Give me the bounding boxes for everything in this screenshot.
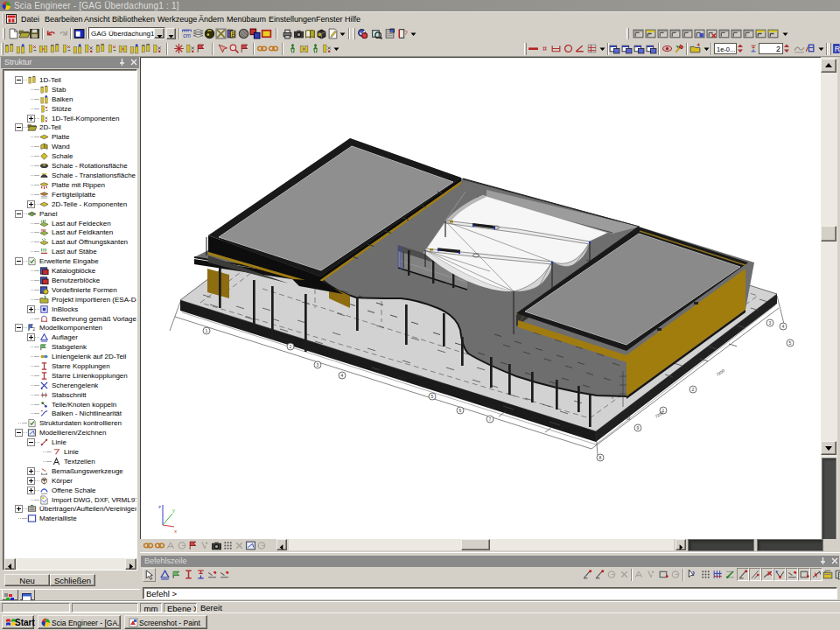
- svg-text:2: 2: [290, 344, 292, 349]
- svg-text:R: R: [835, 45, 840, 53]
- svg-text:5: 5: [789, 340, 792, 346]
- svg-text:9: 9: [637, 425, 640, 430]
- svg-text:3: 3: [317, 362, 319, 368]
- svg-text:?: ?: [404, 29, 408, 37]
- svg-text:4: 4: [782, 324, 785, 329]
- svg-text:1500: 1500: [626, 411, 630, 421]
- svg-text:x: x: [174, 528, 177, 534]
- svg-text:2: 2: [692, 387, 695, 392]
- svg-text:3: 3: [769, 320, 772, 326]
- svg-text:5: 5: [431, 394, 434, 399]
- svg-text:8: 8: [599, 455, 602, 460]
- svg-text:z: z: [158, 504, 161, 509]
- svg-text:2: 2: [32, 327, 35, 332]
- svg-text:1: 1: [206, 328, 208, 333]
- svg-text:y: y: [172, 508, 175, 513]
- svg-text:B: B: [231, 32, 234, 38]
- svg-text:4: 4: [341, 373, 344, 378]
- svg-text:7: 7: [489, 416, 492, 422]
- svg-text:cm: cm: [183, 32, 191, 38]
- svg-text:6: 6: [459, 408, 462, 413]
- svg-text:7200: 7200: [716, 368, 726, 377]
